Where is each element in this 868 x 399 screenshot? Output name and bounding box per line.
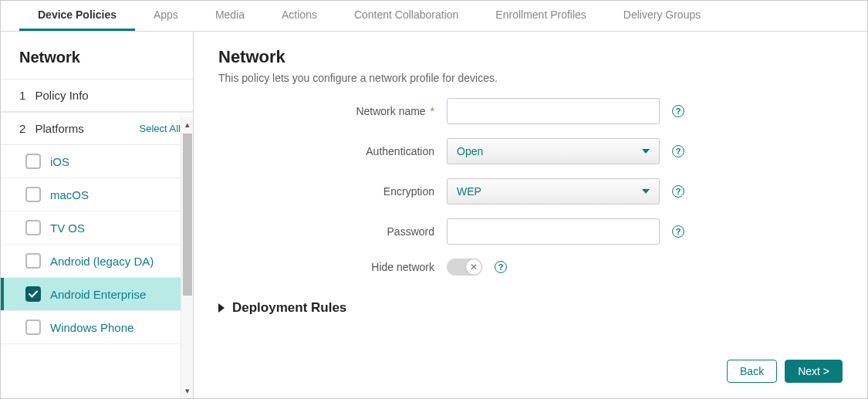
platform-list: iOS macOS TV OS Android (legacy DA): [1, 145, 193, 398]
app-window: Device Policies Apps Media Actions Conte…: [0, 0, 868, 399]
checkbox-icon[interactable]: [25, 286, 41, 302]
section-number: 2: [19, 122, 25, 135]
footer: Back Next >: [218, 347, 843, 383]
authentication-select[interactable]: Open: [447, 138, 660, 164]
sidebar-section-policy-info[interactable]: 1 Policy Info: [1, 79, 193, 112]
row-encryption: Encryption WEP ?: [218, 178, 843, 205]
sidebar-title: Network: [1, 32, 193, 79]
label-password: Password: [218, 225, 434, 238]
tab-apps[interactable]: Apps: [135, 1, 197, 31]
row-hide-network: Hide network ✕ ?: [218, 259, 843, 276]
checkbox-icon[interactable]: [25, 320, 41, 335]
deployment-rules-toggle[interactable]: Deployment Rules: [218, 300, 843, 316]
scroll-up-icon[interactable]: ▴: [181, 117, 194, 132]
chevron-right-icon: [218, 303, 225, 313]
select-value: WEP: [457, 185, 481, 198]
label-authentication: Authentication: [218, 145, 434, 157]
page-description: This policy lets you configure a network…: [218, 72, 843, 84]
sidebar-item-label: Android Enterprise: [50, 288, 146, 301]
sidebar-section-platforms[interactable]: 2 Platforms Select All: [1, 112, 193, 145]
password-input[interactable]: [447, 218, 660, 245]
sidebar-item-ios[interactable]: iOS: [1, 145, 193, 178]
select-all-link[interactable]: Select All: [140, 123, 181, 134]
sidebar-item-windows-phone[interactable]: Windows Phone: [1, 311, 193, 344]
label-network-name: Network name *: [218, 105, 434, 117]
sidebar-item-label: iOS: [50, 155, 69, 168]
sidebar-item-android-enterprise[interactable]: Android Enterprise: [1, 278, 193, 311]
sidebar-section-label: 2 Platforms: [19, 122, 84, 135]
checkbox-icon[interactable]: [25, 154, 41, 169]
label-encryption: Encryption: [218, 185, 434, 198]
page-title: Network: [218, 47, 843, 67]
sidebar-item-label: TV OS: [50, 221, 85, 235]
section-text: Platforms: [35, 122, 84, 135]
top-tabs: Device Policies Apps Media Actions Conte…: [1, 1, 867, 32]
sidebar: Network 1 Policy Info 2 Platforms Select…: [1, 32, 194, 398]
encryption-select[interactable]: WEP: [447, 178, 660, 205]
required-asterisk: *: [431, 105, 434, 117]
tab-content-collaboration[interactable]: Content Collaboration: [336, 1, 477, 31]
toggle-knob-off-icon: ✕: [466, 259, 481, 275]
scroll-down-icon[interactable]: ▾: [181, 383, 194, 398]
section-text: Policy Info: [35, 89, 89, 102]
tab-device-policies[interactable]: Device Policies: [19, 1, 135, 31]
main-panel: Network This policy lets you configure a…: [194, 32, 867, 398]
row-password: Password ?: [218, 218, 843, 245]
checkbox-icon[interactable]: [25, 220, 41, 235]
label-text: Network name: [356, 105, 425, 117]
sidebar-item-label: Windows Phone: [50, 321, 133, 334]
tab-media[interactable]: Media: [197, 1, 263, 31]
tab-enrollment-profiles[interactable]: Enrollment Profiles: [477, 1, 605, 31]
back-button[interactable]: Back: [727, 360, 777, 383]
sidebar-section-label: 1 Policy Info: [19, 89, 89, 102]
row-authentication: Authentication Open ?: [218, 138, 843, 164]
help-icon[interactable]: ?: [672, 105, 684, 117]
tab-actions[interactable]: Actions: [263, 1, 336, 31]
deployment-rules-label: Deployment Rules: [232, 300, 346, 316]
checkbox-icon[interactable]: [25, 253, 41, 269]
sidebar-item-label: Android (legacy DA): [50, 255, 154, 268]
row-network-name: Network name * ?: [218, 98, 843, 124]
help-icon[interactable]: ?: [672, 185, 684, 198]
sidebar-item-android-legacy[interactable]: Android (legacy DA): [1, 245, 193, 278]
help-icon[interactable]: ?: [672, 145, 684, 157]
help-icon[interactable]: ?: [672, 225, 684, 238]
chevron-down-icon: [642, 189, 650, 194]
network-name-input[interactable]: [447, 98, 660, 124]
section-number: 1: [19, 89, 25, 102]
label-hide-network: Hide network: [218, 261, 434, 273]
sidebar-item-macos[interactable]: macOS: [1, 178, 193, 211]
hide-network-toggle[interactable]: ✕: [447, 259, 482, 276]
sidebar-item-label: macOS: [50, 188, 89, 201]
help-icon[interactable]: ?: [495, 261, 507, 273]
scrollbar[interactable]: ▴ ▾: [181, 117, 193, 398]
checkbox-icon[interactable]: [25, 187, 41, 202]
next-button[interactable]: Next >: [785, 360, 843, 383]
scrollbar-thumb[interactable]: [183, 134, 192, 296]
tab-delivery-groups[interactable]: Delivery Groups: [605, 1, 719, 31]
form: Network name * ? Authentication Open ? E…: [218, 98, 843, 276]
content-area: Network 1 Policy Info 2 Platforms Select…: [1, 32, 867, 398]
select-value: Open: [457, 145, 483, 157]
chevron-down-icon: [642, 149, 650, 154]
sidebar-item-tvos[interactable]: TV OS: [1, 211, 193, 245]
